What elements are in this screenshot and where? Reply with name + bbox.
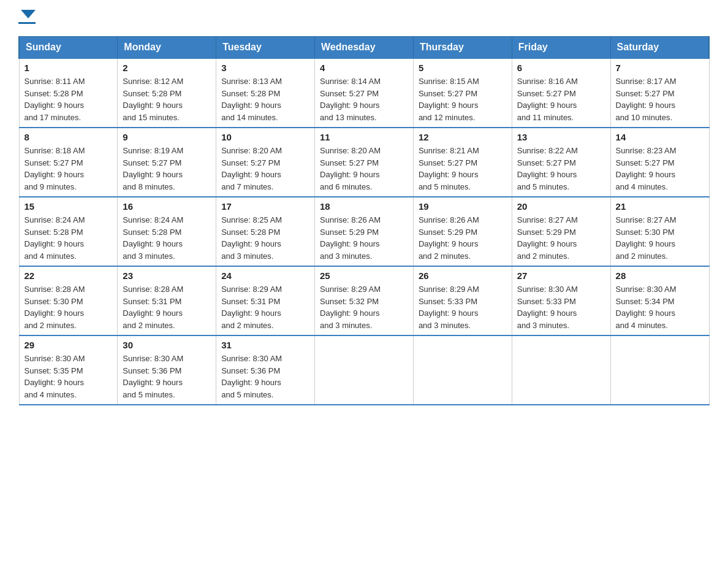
day-number: 21 xyxy=(616,201,704,212)
calendar-cell: 10 Sunrise: 8:20 AMSunset: 5:27 PMDaylig… xyxy=(216,128,315,197)
calendar-cell xyxy=(512,335,610,405)
weekday-header-tuesday: Tuesday xyxy=(216,37,315,59)
calendar-week-row: 8 Sunrise: 8:18 AMSunset: 5:27 PMDayligh… xyxy=(19,128,709,197)
calendar-cell: 31 Sunrise: 8:30 AMSunset: 5:36 PMDaylig… xyxy=(216,335,315,405)
day-info: Sunrise: 8:11 AMSunset: 5:28 PMDaylight:… xyxy=(25,75,113,123)
weekday-header-friday: Friday xyxy=(512,37,610,59)
calendar-cell: 3 Sunrise: 8:13 AMSunset: 5:28 PMDayligh… xyxy=(216,58,315,128)
day-number: 1 xyxy=(25,63,113,73)
calendar-cell: 27 Sunrise: 8:30 AMSunset: 5:33 PMDaylig… xyxy=(512,266,610,335)
day-info: Sunrise: 8:26 AMSunset: 5:29 PMDaylight:… xyxy=(419,214,507,262)
logo xyxy=(18,12,36,24)
calendar-cell xyxy=(315,335,414,405)
calendar-cell: 13 Sunrise: 8:22 AMSunset: 5:27 PMDaylig… xyxy=(512,128,610,197)
day-info: Sunrise: 8:30 AMSunset: 5:36 PMDaylight:… xyxy=(123,353,211,400)
day-info: Sunrise: 8:27 AMSunset: 5:29 PMDaylight:… xyxy=(517,214,605,262)
calendar-cell xyxy=(610,335,709,405)
day-info: Sunrise: 8:26 AMSunset: 5:29 PMDaylight:… xyxy=(320,214,408,262)
calendar-cell: 7 Sunrise: 8:17 AMSunset: 5:27 PMDayligh… xyxy=(610,58,709,128)
day-info: Sunrise: 8:30 AMSunset: 5:34 PMDaylight:… xyxy=(616,283,704,331)
weekday-header-row: SundayMondayTuesdayWednesdayThursdayFrid… xyxy=(19,37,709,59)
calendar-cell: 22 Sunrise: 8:28 AMSunset: 5:30 PMDaylig… xyxy=(19,266,118,335)
day-number: 20 xyxy=(517,201,605,212)
day-number: 15 xyxy=(25,201,113,212)
day-number: 14 xyxy=(616,132,704,142)
day-info: Sunrise: 8:19 AMSunset: 5:27 PMDaylight:… xyxy=(123,145,211,193)
calendar-cell xyxy=(413,335,512,405)
day-number: 22 xyxy=(25,270,113,281)
calendar-cell: 11 Sunrise: 8:20 AMSunset: 5:27 PMDaylig… xyxy=(315,128,414,197)
calendar-week-row: 1 Sunrise: 8:11 AMSunset: 5:28 PMDayligh… xyxy=(19,58,709,128)
day-number: 27 xyxy=(517,270,605,281)
logo-triangle-icon xyxy=(21,10,36,18)
calendar-cell: 20 Sunrise: 8:27 AMSunset: 5:29 PMDaylig… xyxy=(512,197,610,266)
weekday-header-saturday: Saturday xyxy=(610,37,709,59)
day-info: Sunrise: 8:29 AMSunset: 5:33 PMDaylight:… xyxy=(419,283,507,331)
day-number: 18 xyxy=(320,201,408,212)
calendar-cell: 1 Sunrise: 8:11 AMSunset: 5:28 PMDayligh… xyxy=(19,58,118,128)
calendar-cell: 29 Sunrise: 8:30 AMSunset: 5:35 PMDaylig… xyxy=(19,335,118,405)
day-info: Sunrise: 8:30 AMSunset: 5:35 PMDaylight:… xyxy=(25,353,113,400)
day-number: 13 xyxy=(517,132,605,142)
day-info: Sunrise: 8:13 AMSunset: 5:28 PMDaylight:… xyxy=(221,75,309,123)
calendar-cell: 26 Sunrise: 8:29 AMSunset: 5:33 PMDaylig… xyxy=(413,266,512,335)
day-info: Sunrise: 8:25 AMSunset: 5:28 PMDaylight:… xyxy=(221,214,309,262)
day-info: Sunrise: 8:24 AMSunset: 5:28 PMDaylight:… xyxy=(25,214,113,262)
day-number: 17 xyxy=(221,201,309,212)
calendar-cell: 24 Sunrise: 8:29 AMSunset: 5:31 PMDaylig… xyxy=(216,266,315,335)
day-number: 25 xyxy=(320,270,408,281)
day-number: 8 xyxy=(25,132,113,142)
calendar-cell: 19 Sunrise: 8:26 AMSunset: 5:29 PMDaylig… xyxy=(413,197,512,266)
calendar-week-row: 29 Sunrise: 8:30 AMSunset: 5:35 PMDaylig… xyxy=(19,335,709,405)
day-info: Sunrise: 8:16 AMSunset: 5:27 PMDaylight:… xyxy=(517,75,605,123)
day-info: Sunrise: 8:21 AMSunset: 5:27 PMDaylight:… xyxy=(419,145,507,193)
day-info: Sunrise: 8:27 AMSunset: 5:30 PMDaylight:… xyxy=(616,214,704,262)
day-number: 6 xyxy=(517,63,605,73)
weekday-header-thursday: Thursday xyxy=(413,37,512,59)
calendar-cell: 2 Sunrise: 8:12 AMSunset: 5:28 PMDayligh… xyxy=(118,58,216,128)
calendar-cell: 6 Sunrise: 8:16 AMSunset: 5:27 PMDayligh… xyxy=(512,58,610,128)
day-info: Sunrise: 8:29 AMSunset: 5:32 PMDaylight:… xyxy=(320,283,408,331)
day-info: Sunrise: 8:15 AMSunset: 5:27 PMDaylight:… xyxy=(419,75,507,123)
day-info: Sunrise: 8:29 AMSunset: 5:31 PMDaylight:… xyxy=(221,283,309,331)
day-number: 2 xyxy=(123,63,211,73)
calendar-cell: 23 Sunrise: 8:28 AMSunset: 5:31 PMDaylig… xyxy=(118,266,216,335)
calendar-cell: 8 Sunrise: 8:18 AMSunset: 5:27 PMDayligh… xyxy=(19,128,118,197)
day-number: 31 xyxy=(221,340,309,350)
day-number: 5 xyxy=(419,63,507,73)
day-number: 24 xyxy=(221,270,309,281)
day-number: 7 xyxy=(616,63,704,73)
day-info: Sunrise: 8:30 AMSunset: 5:33 PMDaylight:… xyxy=(517,283,605,331)
calendar-cell: 12 Sunrise: 8:21 AMSunset: 5:27 PMDaylig… xyxy=(413,128,512,197)
calendar-cell: 16 Sunrise: 8:24 AMSunset: 5:28 PMDaylig… xyxy=(118,197,216,266)
weekday-header-monday: Monday xyxy=(118,37,216,59)
day-number: 23 xyxy=(123,270,211,281)
calendar-cell: 14 Sunrise: 8:23 AMSunset: 5:27 PMDaylig… xyxy=(610,128,709,197)
calendar-table: SundayMondayTuesdayWednesdayThursdayFrid… xyxy=(18,36,710,405)
calendar-cell: 5 Sunrise: 8:15 AMSunset: 5:27 PMDayligh… xyxy=(413,58,512,128)
day-info: Sunrise: 8:23 AMSunset: 5:27 PMDaylight:… xyxy=(616,145,704,193)
day-number: 9 xyxy=(123,132,211,142)
calendar-cell: 25 Sunrise: 8:29 AMSunset: 5:32 PMDaylig… xyxy=(315,266,414,335)
weekday-header-wednesday: Wednesday xyxy=(315,37,414,59)
day-info: Sunrise: 8:12 AMSunset: 5:28 PMDaylight:… xyxy=(123,75,211,123)
calendar-week-row: 15 Sunrise: 8:24 AMSunset: 5:28 PMDaylig… xyxy=(19,197,709,266)
calendar-cell: 15 Sunrise: 8:24 AMSunset: 5:28 PMDaylig… xyxy=(19,197,118,266)
calendar-cell: 21 Sunrise: 8:27 AMSunset: 5:30 PMDaylig… xyxy=(610,197,709,266)
calendar-week-row: 22 Sunrise: 8:28 AMSunset: 5:30 PMDaylig… xyxy=(19,266,709,335)
calendar-cell: 4 Sunrise: 8:14 AMSunset: 5:27 PMDayligh… xyxy=(315,58,414,128)
day-info: Sunrise: 8:17 AMSunset: 5:27 PMDaylight:… xyxy=(616,75,704,123)
day-info: Sunrise: 8:20 AMSunset: 5:27 PMDaylight:… xyxy=(221,145,309,193)
day-number: 3 xyxy=(221,63,309,73)
day-info: Sunrise: 8:28 AMSunset: 5:31 PMDaylight:… xyxy=(123,283,211,331)
day-number: 26 xyxy=(419,270,507,281)
calendar-cell: 18 Sunrise: 8:26 AMSunset: 5:29 PMDaylig… xyxy=(315,197,414,266)
day-number: 16 xyxy=(123,201,211,212)
day-info: Sunrise: 8:18 AMSunset: 5:27 PMDaylight:… xyxy=(25,145,113,193)
day-info: Sunrise: 8:24 AMSunset: 5:28 PMDaylight:… xyxy=(123,214,211,262)
day-info: Sunrise: 8:22 AMSunset: 5:27 PMDaylight:… xyxy=(517,145,605,193)
day-number: 11 xyxy=(320,132,408,142)
day-info: Sunrise: 8:14 AMSunset: 5:27 PMDaylight:… xyxy=(320,75,408,123)
calendar-cell: 30 Sunrise: 8:30 AMSunset: 5:36 PMDaylig… xyxy=(118,335,216,405)
logo-underline xyxy=(18,22,36,24)
